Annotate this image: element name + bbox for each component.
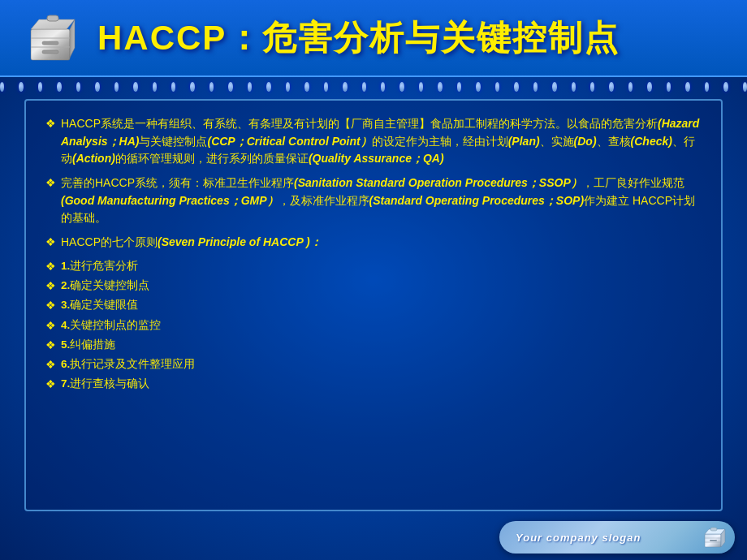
dot: [114, 82, 119, 92]
svg-rect-11: [710, 528, 717, 531]
dot: [343, 82, 347, 92]
svg-marker-2: [70, 19, 75, 58]
svg-rect-7: [42, 50, 58, 54]
dot: [552, 82, 556, 92]
principle-text-1: 1.进行危害分析: [61, 258, 138, 274]
principle-6: ❖ 6.执行记录及文件整理应用: [45, 356, 702, 373]
bullet-diamond-3: ❖: [45, 235, 56, 248]
dot: [609, 82, 613, 92]
bullet-diamond-p6: ❖: [45, 358, 56, 371]
bullet-diamond-p7: ❖: [45, 377, 56, 390]
dot: [171, 82, 175, 92]
dot: [647, 82, 651, 92]
dot: [705, 82, 709, 92]
bullet-item-3: ❖ HACCP的七个原则(Seven Principle of HACCP )：: [45, 234, 702, 252]
principle-5: ❖ 5.纠偏措施: [45, 337, 702, 353]
dot: [209, 82, 214, 92]
bullet-diamond-2: ❖: [45, 176, 56, 189]
bullet-diamond-p1: ❖: [45, 260, 56, 273]
dot: [248, 82, 252, 92]
dot: [514, 82, 518, 92]
principle-7: ❖ 7.进行查核与确认: [45, 376, 702, 392]
main-content: ❖ HACCP系统是一种有组织、有系统、有条理及有计划的【厂商自主管理】食品加工…: [24, 99, 723, 511]
dot: [19, 82, 23, 92]
dot: [190, 82, 194, 92]
header: HACCP：危害分析与关键控制点: [0, 0, 747, 77]
bullet-diamond-1: ❖: [45, 117, 56, 130]
dot: [228, 82, 232, 92]
dot: [723, 82, 728, 92]
dot: [362, 82, 366, 92]
bullet-text-2: 完善的HACCP系统，须有：标准卫生作业程序(Sanitation Standa…: [61, 174, 702, 227]
dot: [286, 82, 290, 92]
principle-1: ❖ 1.进行危害分析: [45, 258, 702, 274]
dot: [324, 82, 328, 92]
slogan-bar: Your company slogan: [499, 521, 735, 554]
principle-text-3: 3.确定关键限值: [61, 297, 138, 313]
slogan-text: Your company slogan: [516, 532, 641, 544]
logo-area: [16, 7, 89, 68]
dot: [95, 82, 99, 92]
svg-rect-3: [47, 15, 58, 21]
dot: [381, 82, 385, 92]
bullet-diamond-p3: ❖: [45, 299, 56, 312]
dot: [628, 82, 633, 92]
principle-3: ❖ 3.确定关键限值: [45, 297, 702, 313]
bullet-diamond-p5: ❖: [45, 338, 56, 351]
slogan-icon: [702, 526, 727, 549]
dot: [476, 82, 480, 92]
dot: [76, 82, 80, 92]
dot: [495, 82, 499, 92]
dot: [133, 82, 137, 92]
dot: [590, 82, 594, 92]
dot: [153, 82, 157, 92]
principle-text-6: 6.执行记录及文件整理应用: [61, 356, 195, 373]
svg-rect-14: [710, 540, 717, 541]
dot: [457, 82, 461, 92]
bullet-text-3: HACCP的七个原则(Seven Principle of HACCP )：: [61, 234, 702, 252]
bullet-diamond-p2: ❖: [45, 279, 56, 292]
logo-icon: [24, 11, 81, 64]
principle-text-2: 2.确定关键控制点: [61, 278, 149, 294]
bullet-item-1: ❖ HACCP系统是一种有组织、有系统、有条理及有计划的【厂商自主管理】食品加工…: [45, 115, 702, 168]
dot: [266, 82, 270, 92]
dot: [743, 82, 747, 92]
page-title: HACCP：危害分析与关键控制点: [89, 15, 731, 61]
dot: [572, 82, 576, 92]
dot: [685, 82, 689, 92]
principle-text-4: 4.关键控制点的监控: [61, 317, 161, 334]
dot: [438, 82, 442, 92]
principle-4: ❖ 4.关键控制点的监控: [45, 317, 702, 334]
dot: [57, 82, 61, 92]
svg-rect-6: [42, 41, 58, 45]
bullet-item-2: ❖ 完善的HACCP系统，须有：标准卫生作业程序(Sanitation Stan…: [45, 174, 702, 227]
dot: [304, 82, 309, 92]
principle-2: ❖ 2.确定关键控制点: [45, 278, 702, 294]
dot: [533, 82, 538, 92]
dot: [0, 82, 4, 92]
dot: [38, 82, 42, 92]
bullet-text-1: HACCP系统是一种有组织、有系统、有条理及有计划的【厂商自主管理】食品加工制程…: [61, 115, 702, 168]
dot: [667, 82, 671, 92]
principle-text-7: 7.进行查核与确认: [61, 376, 149, 392]
dot: [419, 82, 423, 92]
principle-text-5: 5.纠偏措施: [61, 337, 115, 353]
dot: [399, 82, 404, 92]
dots-row: [0, 80, 747, 94]
bullet-diamond-p4: ❖: [45, 319, 56, 332]
